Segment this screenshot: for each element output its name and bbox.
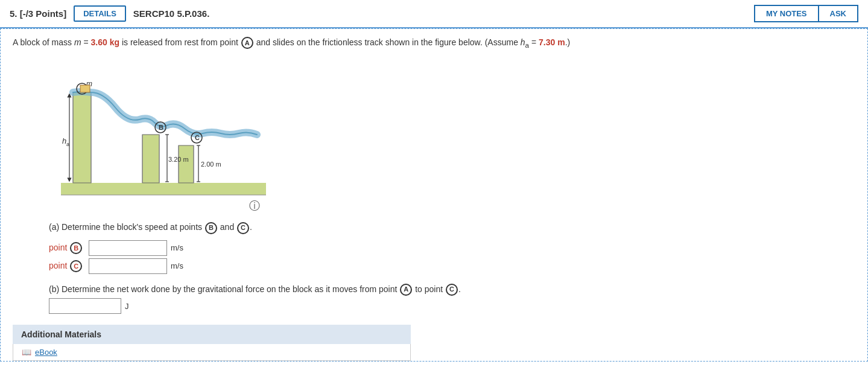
point-b-unit: m/s	[171, 243, 183, 252]
right-buttons: MY NOTES ASK	[754, 5, 858, 22]
part-b-label: (b) Determine the net work done by the g…	[49, 284, 399, 294]
figure-container: h a 3.20 m	[49, 56, 278, 213]
svg-rect-2	[73, 92, 91, 183]
svg-text:3.20 m: 3.20 m	[168, 156, 189, 163]
point-b-input-row: point B m/s	[49, 240, 855, 256]
point-c-circle-b: C	[446, 284, 458, 296]
svg-rect-0	[61, 183, 266, 195]
stmt-after-mass: is released from rest from point	[119, 37, 241, 47]
svg-text:2.00 m: 2.00 m	[201, 161, 221, 168]
ebook-label[interactable]: eBook	[35, 348, 57, 357]
figure-area: h a 3.20 m	[13, 56, 855, 213]
point-a-circle-b: A	[400, 284, 412, 296]
mass-value: 3.60 kg	[91, 37, 119, 47]
points-label: 5. [-/3 Points]	[10, 8, 66, 19]
m-var: m	[74, 37, 81, 47]
point-c-circle-q: C	[237, 222, 249, 234]
additional-materials-header: Additional Materials	[13, 325, 411, 344]
part-b-question: (b) Determine the net work done by the g…	[49, 282, 855, 296]
ha-value: 7.30 m	[539, 37, 565, 47]
ha-var: h	[521, 37, 525, 47]
stmt-before-m: A block of mass	[13, 37, 74, 47]
point-c-input[interactable]	[89, 258, 167, 274]
point-b-label: point B	[49, 242, 85, 254]
book-icon: 📖	[22, 348, 31, 357]
point-c-input-row: point C m/s	[49, 258, 855, 274]
top-bar: 5. [-/3 Points] DETAILS SERCP10 5.P.036.…	[0, 0, 868, 28]
stmt-equals2: =	[529, 37, 539, 47]
ask-button[interactable]: ASK	[819, 5, 858, 22]
svg-text:a: a	[66, 141, 69, 147]
part-b-unit: J	[125, 302, 129, 311]
physics-diagram: h a 3.20 m	[49, 56, 278, 213]
part-b-input-row: J	[49, 298, 855, 314]
part-a-end: .	[250, 222, 252, 232]
point-c-circle-input: C	[70, 260, 82, 272]
part-a-question: (a) Determine the block's speed at point…	[49, 220, 855, 234]
svg-text:C: C	[195, 134, 200, 141]
part-a-and: and	[218, 222, 236, 232]
point-c-label: point C	[49, 260, 85, 272]
point-b-input[interactable]	[89, 240, 167, 256]
ebook-row: 📖 eBook	[13, 344, 411, 361]
stmt-and-slides: and slides on the frictionless track sho…	[254, 37, 521, 47]
part-b-end: .	[458, 284, 461, 294]
point-b-circle-q: B	[205, 222, 217, 234]
details-button[interactable]: DETAILS	[74, 5, 126, 22]
part-b-input[interactable]	[49, 298, 121, 314]
point-b-circle-input: B	[70, 242, 82, 254]
point-c-unit: m/s	[171, 261, 183, 270]
svg-rect-8	[142, 135, 159, 183]
info-icon[interactable]: ⓘ	[249, 199, 260, 213]
point-a-circle-stmt: A	[241, 37, 253, 49]
questions-area: (a) Determine the block's speed at point…	[49, 220, 855, 314]
svg-text:B: B	[159, 124, 163, 131]
stmt-end: .)	[565, 37, 571, 47]
svg-rect-29	[80, 85, 90, 92]
problem-statement: A block of mass m = 3.60 kg is released …	[13, 36, 855, 50]
stmt-equals: =	[81, 37, 91, 47]
svg-rect-11	[179, 145, 194, 183]
part-a-label: (a) Determine the block's speed at point…	[49, 222, 204, 232]
problem-id: SERCP10 5.P.036.	[133, 8, 209, 19]
my-notes-button[interactable]: MY NOTES	[754, 5, 819, 22]
content-area: A block of mass m = 3.60 kg is released …	[0, 28, 868, 362]
part-b-to: to point	[413, 284, 445, 294]
